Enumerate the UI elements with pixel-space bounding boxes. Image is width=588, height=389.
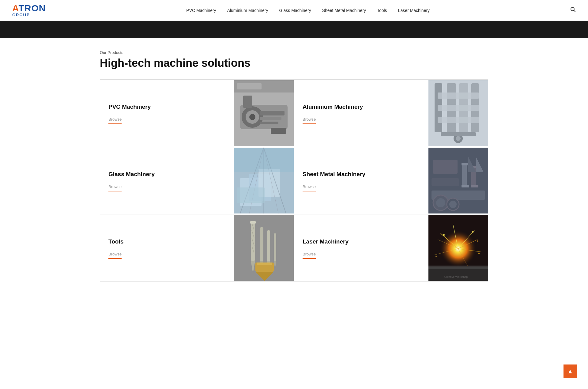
svg-text:Creative Workshop: Creative Workshop: [444, 275, 468, 278]
svg-rect-11: [271, 128, 286, 134]
svg-rect-54: [250, 221, 256, 224]
svg-point-83: [435, 256, 437, 257]
search-button[interactable]: [570, 7, 576, 14]
svg-point-80: [472, 231, 474, 233]
product-title-tools: Tools: [108, 238, 225, 245]
svg-point-81: [477, 240, 478, 242]
section-heading: High-tech machine solutions: [100, 57, 488, 70]
header: ATRON GROUP PVC Machinery Aluminium Mach…: [0, 0, 588, 21]
svg-point-6: [249, 114, 255, 120]
product-cell-pvc: PVC Machinery Browse: [100, 80, 294, 147]
product-info-laser: Laser Machinery Browse: [294, 214, 428, 281]
product-cell-glass: Glass Machinery Browse: [100, 147, 294, 214]
product-info-aluminium: Aluminium Machinery Browse: [294, 80, 428, 147]
logo[interactable]: ATRON GROUP: [12, 4, 46, 17]
nav-glass[interactable]: Glass Machinery: [279, 8, 311, 13]
nav-aluminium[interactable]: Aluminium Machinery: [227, 8, 268, 13]
product-cell-tools: Tools Browse: [100, 214, 294, 282]
svg-line-1: [574, 10, 575, 12]
svg-rect-85: [428, 266, 488, 269]
svg-point-79: [443, 234, 445, 236]
hero-bar: [0, 21, 588, 38]
browse-link-tools[interactable]: Browse: [108, 252, 122, 259]
product-title-laser: Laser Machinery: [303, 238, 420, 245]
svg-point-82: [478, 253, 480, 254]
product-cell-sheetmetal: Sheet Metal Machinery Browse: [294, 147, 488, 214]
nav-pvc[interactable]: PVC Machinery: [186, 8, 216, 13]
svg-rect-51: [433, 160, 458, 174]
browse-link-laser[interactable]: Browse: [303, 252, 316, 259]
section-label: Our Products: [100, 50, 488, 55]
nav-sheet-metal[interactable]: Sheet Metal Machinery: [322, 8, 366, 13]
search-icon: [570, 7, 576, 12]
browse-link-glass[interactable]: Browse: [108, 184, 122, 191]
product-info-sheetmetal: Sheet Metal Machinery Browse: [294, 147, 428, 214]
svg-rect-60: [274, 233, 276, 261]
product-image-tools: [234, 214, 294, 281]
svg-rect-24: [441, 132, 476, 136]
product-info-tools: Tools Browse: [100, 214, 234, 281]
product-title-aluminium: Aluminium Machinery: [303, 104, 420, 110]
product-grid: PVC Machinery Browse: [100, 79, 488, 282]
logo-group: GROUP: [12, 13, 46, 17]
aluminium-image-svg: [428, 80, 488, 147]
product-image-sheetmetal: [428, 147, 488, 214]
product-image-aluminium: [428, 80, 488, 147]
browse-link-aluminium[interactable]: Browse: [303, 117, 316, 124]
laser-image-svg: Creative Workshop: [428, 214, 488, 281]
svg-rect-8: [260, 117, 281, 120]
svg-point-42: [449, 201, 457, 208]
product-cell-laser: Laser Machinery Browse: [294, 214, 488, 282]
svg-rect-7: [260, 111, 285, 115]
svg-rect-10: [243, 96, 252, 108]
product-title-pvc: PVC Machinery: [108, 104, 225, 110]
main-nav: PVC Machinery Aluminium Machinery Glass …: [186, 8, 430, 13]
nav-tools[interactable]: Tools: [377, 8, 387, 13]
product-image-glass: [234, 147, 294, 214]
svg-point-40: [436, 198, 445, 207]
svg-rect-44: [462, 163, 469, 165]
svg-rect-56: [260, 227, 263, 261]
svg-rect-43: [462, 163, 467, 187]
product-image-laser: Creative Workshop: [428, 214, 488, 281]
browse-link-sheetmetal[interactable]: Browse: [303, 184, 316, 191]
svg-rect-34: [234, 148, 294, 172]
tools-image-svg: [234, 214, 294, 281]
svg-rect-13: [237, 83, 262, 89]
product-title-sheetmetal: Sheet Metal Machinery: [303, 171, 420, 178]
svg-rect-45: [462, 185, 469, 187]
pvc-image-svg: [234, 80, 294, 147]
svg-rect-19: [438, 93, 479, 99]
svg-rect-38: [432, 178, 459, 186]
product-title-glass: Glass Machinery: [108, 171, 225, 178]
sheetmetal-image-svg: [428, 147, 488, 214]
svg-point-23: [456, 136, 461, 141]
svg-rect-48: [471, 185, 478, 187]
product-image-pvc: [234, 80, 294, 147]
svg-rect-9: [260, 122, 278, 124]
svg-rect-21: [438, 117, 479, 123]
svg-rect-58: [267, 230, 270, 261]
logo-atron: ATRON: [12, 4, 46, 13]
svg-rect-84: [428, 267, 488, 281]
browse-link-pvc[interactable]: Browse: [108, 117, 122, 124]
product-info-glass: Glass Machinery Browse: [100, 147, 234, 214]
product-cell-aluminium: Aluminium Machinery Browse: [294, 80, 488, 147]
svg-rect-68: [257, 262, 272, 265]
svg-rect-20: [438, 105, 479, 111]
product-info-pvc: PVC Machinery Browse: [100, 80, 234, 147]
main-content: Our Products High-tech machine solutions…: [89, 50, 499, 282]
svg-rect-35: [237, 187, 265, 203]
nav-laser[interactable]: Laser Machinery: [398, 8, 430, 13]
glass-image-svg: [234, 147, 294, 214]
